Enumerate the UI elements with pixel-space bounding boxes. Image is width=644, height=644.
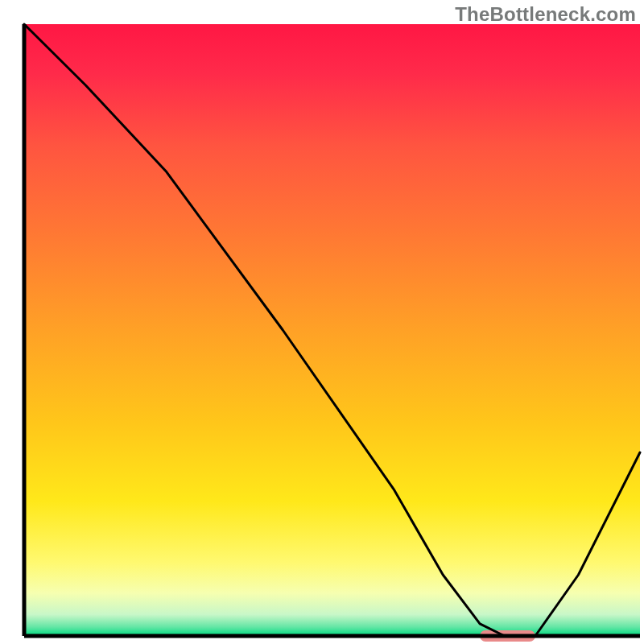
chart-background [24, 24, 640, 636]
chart-svg [0, 0, 644, 644]
bottleneck-chart: TheBottleneck.com [0, 0, 644, 644]
